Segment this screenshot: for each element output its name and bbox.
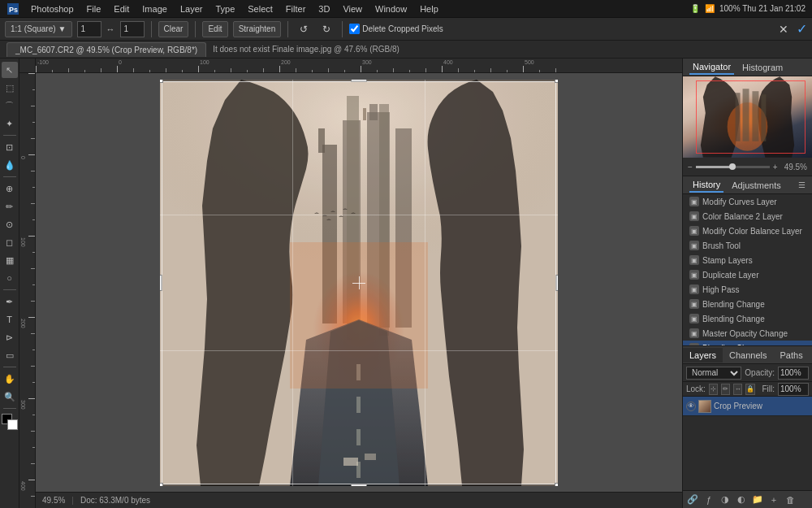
crop-tool[interactable]: ⊡ xyxy=(2,139,18,155)
ratio-selector[interactable]: 1:1 (Square) ▼ xyxy=(5,21,72,37)
history-header: History Adjustments ☰ xyxy=(683,176,812,194)
menu-view[interactable]: View xyxy=(338,2,367,15)
history-item-0[interactable]: ▣Modify Curves Layer xyxy=(683,194,812,209)
menu-select[interactable]: Select xyxy=(243,2,278,15)
menu-3d[interactable]: 3D xyxy=(313,2,335,15)
right-panels: Navigator Histogram xyxy=(682,59,812,508)
healing-brush-tool[interactable]: ⊕ xyxy=(2,180,18,197)
menu-image[interactable]: Image xyxy=(137,2,172,15)
canvas-area[interactable]: -1000100200300400500 0100200300400500 xyxy=(19,59,682,508)
path-selection-tool[interactable]: ⊳ xyxy=(2,329,18,345)
ruler-corner xyxy=(19,59,36,73)
move-tool[interactable]: ↖ xyxy=(2,62,18,78)
layers-tab[interactable]: Layers xyxy=(683,348,723,363)
layer-visibility-eye[interactable]: 👁 xyxy=(686,402,696,411)
layers-menu-icon[interactable]: ☰ xyxy=(810,350,812,359)
history-item-7[interactable]: ▣Blending Change xyxy=(683,297,812,311)
history-item-5[interactable]: ▣Duplicate Layer xyxy=(683,267,812,282)
opacity-label: Opacity: xyxy=(745,368,775,377)
add-style-button[interactable]: ƒ xyxy=(702,493,715,506)
history-item-icon: ▣ xyxy=(689,197,699,206)
rotate-ccw-icon[interactable]: ↺ xyxy=(295,20,313,38)
nav-frame[interactable] xyxy=(696,80,806,154)
lock-label: Lock: xyxy=(686,384,706,393)
history-item-9[interactable]: ▣Master Opacity Change xyxy=(683,326,812,341)
ratio-width-input[interactable] xyxy=(77,21,102,37)
svg-text:Ps: Ps xyxy=(9,6,18,14)
menu-edit[interactable]: Edit xyxy=(109,2,134,15)
type-tool[interactable]: T xyxy=(2,311,18,328)
history-item-1[interactable]: ▣Color Balance 2 Layer xyxy=(683,209,812,224)
adjustments-tab[interactable]: Adjustments xyxy=(728,179,784,192)
magic-wand-tool[interactable]: ✦ xyxy=(2,115,18,132)
history-item-2[interactable]: ▣Modify Color Balance Layer xyxy=(683,224,812,238)
lock-move-button[interactable]: ↔ xyxy=(733,384,742,395)
zoom-slider[interactable] xyxy=(696,166,770,168)
new-group-button[interactable]: 📁 xyxy=(751,493,764,506)
brush-tool[interactable]: ✏ xyxy=(2,198,18,215)
dodge-tool[interactable]: ○ xyxy=(2,270,18,286)
marquee-tool[interactable]: ⬚ xyxy=(2,80,18,96)
history-panel: History Adjustments ☰ ▣Modify Curves Lay… xyxy=(683,176,812,345)
lock-all-button[interactable]: 🔒 xyxy=(745,384,755,395)
channels-tab[interactable]: Channels xyxy=(723,348,773,363)
history-tab[interactable]: History xyxy=(689,178,723,193)
add-mask-button[interactable]: ◑ xyxy=(719,493,732,506)
color-swatch[interactable] xyxy=(2,414,18,430)
pen-tool[interactable]: ✒ xyxy=(2,293,18,310)
history-item-label: Master Opacity Change xyxy=(702,329,788,338)
zoom-plus-icon[interactable]: + xyxy=(773,163,778,172)
menu-help[interactable]: Help xyxy=(415,2,443,15)
lock-pixels-button[interactable]: ✏ xyxy=(721,384,730,395)
history-item-8[interactable]: ▣Blending Change xyxy=(683,311,812,326)
apply-crop-button[interactable]: ✓ xyxy=(797,21,807,37)
clone-stamp-tool[interactable]: ⊙ xyxy=(2,216,18,232)
canvas-container[interactable] xyxy=(36,73,682,492)
zoom-minus-icon[interactable]: − xyxy=(688,163,693,172)
shape-tool[interactable]: ▭ xyxy=(2,347,18,363)
eraser-tool[interactable]: ◻ xyxy=(2,234,18,250)
clear-button[interactable]: Clear xyxy=(158,21,189,37)
history-item-4[interactable]: ▣Stamp Layers xyxy=(683,253,812,267)
layer-item-crop-preview[interactable]: 👁 Crop Preview xyxy=(683,397,812,416)
delete-layer-button[interactable]: 🗑 xyxy=(784,493,797,506)
nav-zoom-controls: − + 49.5% xyxy=(683,158,812,176)
rotate-cw-icon[interactable]: ↻ xyxy=(317,20,335,38)
menu-type[interactable]: Type xyxy=(210,2,240,15)
edit-button[interactable]: Edit xyxy=(202,21,227,37)
background-color[interactable] xyxy=(7,419,18,430)
new-layer-button[interactable]: + xyxy=(767,493,780,506)
menu-file[interactable]: File xyxy=(82,2,106,15)
zoom-tool[interactable]: 🔍 xyxy=(2,389,18,405)
menu-filter[interactable]: Filter xyxy=(281,2,310,15)
history-item-label: Color Balance 2 Layer xyxy=(702,212,783,221)
eyedropper-tool[interactable]: 💧 xyxy=(2,157,18,173)
ratio-height-input[interactable] xyxy=(120,21,145,37)
menu-layer[interactable]: Layer xyxy=(175,2,208,15)
main-layout: ↖ ⬚ ⌒ ✦ ⊡ 💧 ⊕ ✏ ⊙ ◻ ▦ ○ ✒ T ⊳ ▭ ✋ 🔍 -100… xyxy=(0,59,812,508)
history-item-6[interactable]: ▣High Pass xyxy=(683,282,812,297)
document-tab[interactable]: _MC_6607.CR2 @ 49.5% (Crop Preview, RGB/… xyxy=(6,42,206,57)
lasso-tool[interactable]: ⌒ xyxy=(2,98,18,114)
blend-mode-select[interactable]: Normal Multiply Screen Overlay xyxy=(686,367,741,380)
lock-position-button[interactable]: ⊹ xyxy=(709,384,718,395)
ruler-left: 0100200300400500 xyxy=(19,73,36,508)
menu-photoshop[interactable]: Photoshop xyxy=(26,2,79,15)
opacity-input[interactable] xyxy=(778,367,809,380)
tool-separator-4 xyxy=(3,367,16,367)
straighten-button[interactable]: Straighten xyxy=(233,21,282,37)
histogram-tab[interactable]: Histogram xyxy=(739,61,786,74)
statusbar-divider: | xyxy=(71,496,74,505)
delete-cropped-checkbox[interactable]: Delete Cropped Pixels xyxy=(349,24,443,34)
cancel-crop-button[interactable]: ✕ xyxy=(779,23,788,36)
history-item-3[interactable]: ▣Brush Tool xyxy=(683,238,812,253)
navigator-tab[interactable]: Navigator xyxy=(689,60,734,75)
gradient-tool[interactable]: ▦ xyxy=(2,252,18,268)
paths-tab[interactable]: Paths xyxy=(774,348,810,363)
link-layers-button[interactable]: 🔗 xyxy=(686,493,699,506)
hand-tool[interactable]: ✋ xyxy=(2,371,18,387)
new-adjustment-button[interactable]: ◐ xyxy=(735,493,748,506)
fill-input[interactable] xyxy=(778,383,809,396)
history-menu-icon[interactable]: ☰ xyxy=(798,180,806,189)
menu-window[interactable]: Window xyxy=(370,2,412,15)
